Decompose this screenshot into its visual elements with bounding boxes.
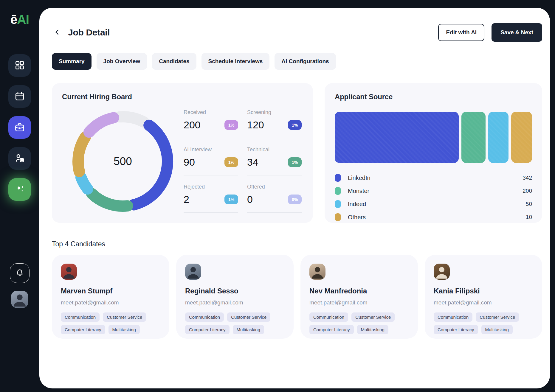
tab-candidates[interactable]: Candidates (152, 53, 196, 70)
main-panel: Job Detail Edit with AI Save & Next Summ… (39, 8, 550, 388)
calendar-icon (14, 91, 25, 102)
sidebar-item-jobs[interactable] (8, 116, 31, 139)
legend-dot (335, 187, 341, 195)
hiring-stats-grid: Received 2001% Screening 1201% AI Interv… (184, 109, 303, 217)
source-block-linkedin (335, 112, 459, 163)
stat-value: 90 (184, 156, 195, 168)
stat-label: AI Interview (184, 147, 238, 153)
skill-tag: Customer Service (476, 312, 519, 322)
stat-percent-badge: 1% (224, 157, 238, 167)
tab-bar: Summary Job Overview Candidates Schedule… (52, 53, 542, 70)
skill-tag: Communication (309, 312, 348, 322)
dashboard-grid-icon (14, 60, 25, 71)
skill-tag: Multitasking (233, 325, 264, 334)
hiring-donut-chart: 500 (62, 102, 184, 217)
donut-segment-offered-other (89, 118, 114, 132)
summary-cards-row: Current Hiring Board 500 Received 2001% … (52, 83, 542, 223)
legend-row-indeed: Indeed 50 (335, 200, 532, 208)
edit-with-ai-button[interactable]: Edit with AI (438, 24, 484, 41)
stat-ai-interview: AI Interview 901% (184, 147, 238, 175)
skill-tag: Customer Service (351, 312, 395, 322)
candidate-person-icon (14, 153, 25, 164)
skill-tag: Customer Service (227, 312, 270, 322)
stat-value: 34 (247, 156, 258, 168)
tab-ai-configurations[interactable]: AI Configurations (275, 53, 336, 70)
stat-label: Technical (247, 147, 302, 153)
back-button[interactable] (52, 27, 63, 38)
current-hiring-board-card: Current Hiring Board 500 Received 2001% … (52, 83, 313, 223)
donut-segment-remainder (120, 117, 144, 122)
candidate-tags: Communication Customer Service Computer … (185, 312, 285, 334)
tab-job-overview[interactable]: Job Overview (97, 53, 147, 70)
tab-summary[interactable]: Summary (52, 53, 92, 70)
briefcase-icon (14, 122, 25, 133)
legend-row-linkedin: LinkedIn 342 (335, 174, 532, 182)
bell-icon (15, 268, 24, 279)
page-header: Job Detail Edit with AI Save & Next (52, 23, 542, 42)
candidate-name: Marven Stumpf (61, 287, 160, 295)
logo-suffix: AI (17, 13, 29, 27)
candidate-card[interactable]: Marven Stumpf meet.patel@gmail.com Commu… (52, 255, 169, 339)
candidate-email: meet.patel@gmail.com (309, 299, 409, 306)
candidate-avatar (185, 264, 201, 280)
candidate-email: meet.patel@gmail.com (61, 299, 160, 306)
candidate-card[interactable]: Kania Filipski meet.patel@gmail.com Comm… (425, 255, 542, 339)
legend-row-monster: Monster 200 (335, 187, 532, 195)
candidate-avatar (309, 264, 325, 280)
stat-label: Screening (247, 109, 302, 116)
sidebar-item-ai-assistant[interactable] (8, 178, 31, 201)
donut-segment-ai-interview (78, 137, 85, 171)
donut-segment-rejected (81, 178, 88, 189)
logo-prefix: ē (10, 13, 17, 27)
skill-tag: Computer Literacy (309, 325, 354, 334)
save-next-button[interactable]: Save & Next (492, 23, 542, 42)
legend-value: 10 (526, 214, 532, 220)
skill-tag: Customer Service (103, 312, 146, 322)
candidate-avatar (434, 264, 450, 280)
stat-value: 2 (184, 194, 189, 205)
applicant-source-blocks (335, 112, 532, 163)
stat-offered: Offered 00% (247, 184, 302, 213)
notifications-button[interactable] (10, 263, 30, 283)
sidebar-item-dashboard[interactable] (8, 54, 31, 77)
sidebar-item-schedule[interactable] (8, 85, 31, 108)
stat-value: 200 (184, 119, 201, 131)
skill-tag: Computer Literacy (61, 325, 105, 334)
sidebar-nav (8, 54, 31, 201)
applicant-source-legend: LinkedIn 342 Monster 200 Indeed 50 Other… (335, 174, 532, 221)
stat-label: Offered (247, 184, 302, 190)
candidate-name: Nev Manfredonia (309, 287, 409, 295)
stat-value: 0 (247, 194, 253, 205)
donut-segment-received (134, 125, 168, 205)
tab-schedule-interviews[interactable]: Schedule Interviews (201, 53, 270, 70)
source-block-others (511, 112, 532, 163)
legend-label: Others (348, 214, 366, 221)
skill-tag: Communication (61, 312, 100, 322)
skill-tag: Computer Literacy (434, 325, 478, 334)
legend-value: 50 (526, 201, 532, 207)
sidebar: ēAI (0, 0, 39, 392)
skill-tag: Multitasking (108, 325, 140, 334)
skill-tag: Multitasking (357, 325, 388, 334)
legend-label: LinkedIn (348, 175, 370, 181)
candidate-card[interactable]: Nev Manfredonia meet.patel@gmail.com Com… (300, 255, 418, 339)
stat-percent-badge: 1% (224, 195, 238, 204)
user-avatar[interactable] (11, 291, 28, 308)
source-block-indeed (488, 112, 509, 163)
stat-technical: Technical 341% (247, 147, 302, 175)
top-candidates-title: Top 4 Candidates (52, 240, 542, 248)
legend-dot (335, 200, 341, 208)
legend-row-others: Others 10 (335, 213, 532, 221)
legend-value: 342 (523, 175, 532, 181)
app-logo: ēAI (10, 13, 29, 27)
stat-label: Received (184, 109, 238, 116)
chevron-left-icon (53, 28, 61, 37)
sidebar-item-candidates[interactable] (8, 147, 31, 170)
hiring-donut-svg (68, 106, 178, 217)
sidebar-bottom (0, 263, 39, 308)
candidate-tags: Communication Customer Service Computer … (61, 312, 160, 334)
candidate-card[interactable]: Reginald Sesso meet.patel@gmail.com Comm… (176, 255, 294, 339)
ai-sparkles-icon (14, 184, 25, 195)
skill-tag: Communication (185, 312, 224, 322)
stat-percent-badge: 1% (288, 120, 302, 130)
